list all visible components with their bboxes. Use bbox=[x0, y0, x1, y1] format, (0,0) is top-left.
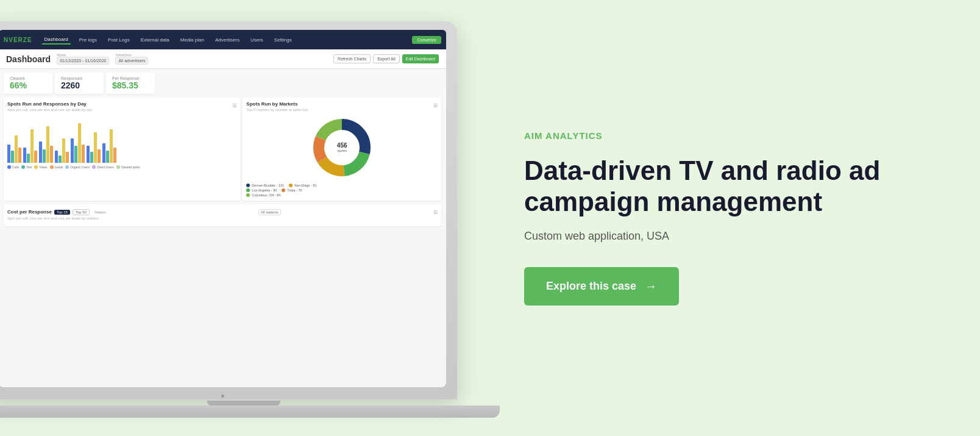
bottom-chart-header: Cost per Response Top 15 Top 50 Station … bbox=[7, 208, 438, 216]
legend-calls: Calls bbox=[7, 165, 19, 169]
legend-sandiego-dot bbox=[289, 184, 293, 187]
kpi-responses: Responses 2260 bbox=[55, 73, 104, 94]
explore-button[interactable]: Explore this case → bbox=[524, 267, 679, 306]
bar-leads-3 bbox=[50, 146, 53, 163]
bar-calls-7 bbox=[102, 143, 105, 163]
kpi-section: Cleared 66% Responses 2260 Per Response … bbox=[0, 69, 446, 98]
camera-dot bbox=[221, 395, 224, 398]
bar-group-1 bbox=[7, 135, 21, 163]
kpi-cleared-label: Cleared bbox=[10, 76, 46, 80]
bar-leads-7 bbox=[113, 148, 116, 163]
main-title-line1: Data-driven TV and radio ad bbox=[524, 155, 880, 185]
nav-advertisers[interactable]: Advertisers bbox=[213, 36, 242, 44]
donut-legend-row-1: Denver-Boulder - 131 San Diego - 81 bbox=[246, 184, 438, 187]
bottom-chart-title: Cost per Response bbox=[7, 209, 52, 215]
legend-direct: Direct Users bbox=[92, 165, 114, 169]
nav-settings[interactable]: Settings bbox=[272, 36, 294, 44]
kpi-per-response-value: $85.35 bbox=[112, 80, 149, 90]
laptop-base bbox=[0, 406, 500, 418]
bar-views-5 bbox=[78, 123, 81, 163]
donut-chart-visual: 456 spots bbox=[246, 114, 438, 181]
legend-text-label: Text bbox=[26, 165, 32, 169]
legend-sandiego-label: San Diego - 81 bbox=[294, 184, 317, 187]
bottom-chart-menu-icon[interactable]: ≡ bbox=[433, 208, 438, 216]
bottom-section: Cost per Response Top 15 Top 50 Station … bbox=[0, 204, 446, 229]
bar-views-2 bbox=[30, 129, 34, 163]
kpi-per-response-label: Per Response bbox=[112, 76, 149, 80]
laptop-section: NVERZE Dashboard Pre logs Post Logs Exte… bbox=[0, 0, 475, 436]
kpi-responses-value: 2260 bbox=[61, 80, 98, 90]
bottom-chart-card: Cost per Response Top 15 Top 50 Station … bbox=[4, 204, 441, 226]
logo: NVERZE bbox=[4, 37, 32, 43]
donut-center-label: spots bbox=[337, 149, 347, 153]
bar-leads-5 bbox=[82, 145, 85, 163]
edit-dashboard-button[interactable]: Edit Dashboard bbox=[402, 54, 439, 63]
bar-group-5 bbox=[71, 123, 85, 163]
kpi-per-response: Per Response $85.35 bbox=[106, 73, 155, 94]
legend-calls-dot bbox=[7, 165, 11, 169]
bar-text-1 bbox=[11, 151, 14, 163]
bar-chart-subtitle: Spot per call, cost per text and cost pe… bbox=[7, 108, 236, 112]
legend-leads-dot bbox=[50, 165, 54, 169]
donut-chart-card: ≡ Spots Run by Markets Top 5 markets by … bbox=[243, 98, 441, 201]
legend-tulsa: Tulsa - 70 bbox=[282, 188, 302, 192]
legend-organic-dot bbox=[65, 165, 69, 169]
bar-chart-menu-icon[interactable]: ≡ bbox=[232, 101, 236, 110]
nav-mediaplan[interactable]: Media plan bbox=[178, 36, 207, 44]
station-select[interactable]: All stations bbox=[258, 209, 281, 215]
donut-legend-row-2: Los Angeles - 90 Tulsa - 70 bbox=[246, 188, 438, 192]
explore-button-label: Explore this case bbox=[546, 280, 636, 293]
header-controls: Refresh Charts Export All Edit Dashboard bbox=[333, 54, 439, 63]
nav-prelogs[interactable]: Pre logs bbox=[77, 36, 99, 44]
nav-postlogs[interactable]: Post Logs bbox=[105, 36, 132, 44]
legend-calls-label: Calls bbox=[12, 165, 19, 169]
bar-group-7 bbox=[102, 129, 116, 163]
donut-chart-title: Spots Run by Markets bbox=[246, 101, 438, 107]
bottom-chart-subtitle: Spot per call, cost per text and cost pe… bbox=[7, 216, 438, 220]
bar-calls-1 bbox=[7, 145, 10, 163]
top50-tab[interactable]: Top 50 bbox=[73, 209, 90, 215]
bar-calls-5 bbox=[71, 138, 74, 163]
week-input-group: Week 01/13/2020 - 01/16/2020 bbox=[57, 53, 109, 65]
legend-cleared-label: Cleared spots bbox=[121, 165, 140, 169]
dashboard-header: Dashboard Week 01/13/2020 - 01/16/2020 A… bbox=[0, 49, 446, 69]
bar-views-3 bbox=[46, 126, 49, 163]
bar-group-6 bbox=[87, 132, 101, 163]
legend-la-label: Los Angeles - 90 bbox=[252, 188, 277, 192]
bar-text-5 bbox=[74, 146, 77, 163]
bar-leads-1 bbox=[18, 148, 21, 163]
donut-center: 456 spots bbox=[337, 142, 347, 153]
main-title: Data-driven TV and radio ad campaign man… bbox=[524, 155, 931, 217]
legend-organic-label: Organic Users bbox=[70, 165, 90, 169]
nav-external[interactable]: External data bbox=[138, 36, 172, 44]
nav-users[interactable]: Users bbox=[248, 36, 266, 44]
bar-views-6 bbox=[94, 132, 97, 163]
laptop-notch bbox=[207, 401, 280, 406]
legend-la-dot bbox=[246, 188, 250, 192]
converize-button[interactable]: Converize bbox=[412, 36, 441, 44]
legend-views-label: Views bbox=[39, 165, 47, 169]
legend-columbus: Columbus, OH - 84 bbox=[246, 193, 280, 197]
legend-columbus-dot bbox=[246, 193, 250, 197]
legend-views: Views bbox=[34, 165, 47, 169]
export-all-button[interactable]: Export All bbox=[373, 54, 400, 63]
arrow-icon: → bbox=[645, 279, 657, 293]
bar-leads-4 bbox=[66, 152, 69, 163]
nav-dashboard[interactable]: Dashboard bbox=[42, 35, 71, 45]
laptop-shell: NVERZE Dashboard Pre logs Post Logs Exte… bbox=[0, 21, 457, 399]
bar-views-7 bbox=[110, 129, 113, 163]
bar-text-2 bbox=[27, 154, 30, 163]
legend-denver-dot bbox=[246, 184, 250, 187]
top15-tab[interactable]: Top 15 bbox=[54, 210, 70, 215]
advertiser-value[interactable]: All advertisers bbox=[115, 57, 148, 65]
charts-section: ≡ Spots Run and Responses by Day Spot pe… bbox=[0, 98, 446, 204]
legend-cleared-dot bbox=[116, 165, 120, 169]
bar-calls-2 bbox=[23, 148, 26, 163]
legend-direct-dot bbox=[92, 165, 96, 169]
legend-tulsa-dot bbox=[282, 188, 285, 192]
donut-chart-menu-icon[interactable]: ≡ bbox=[433, 101, 438, 110]
week-value[interactable]: 01/13/2020 - 01/16/2020 bbox=[57, 57, 109, 65]
donut-legend-row-3: Columbus, OH - 84 bbox=[246, 193, 438, 197]
legend-cleared: Cleared spots bbox=[116, 165, 140, 169]
refresh-charts-button[interactable]: Refresh Charts bbox=[333, 54, 371, 63]
